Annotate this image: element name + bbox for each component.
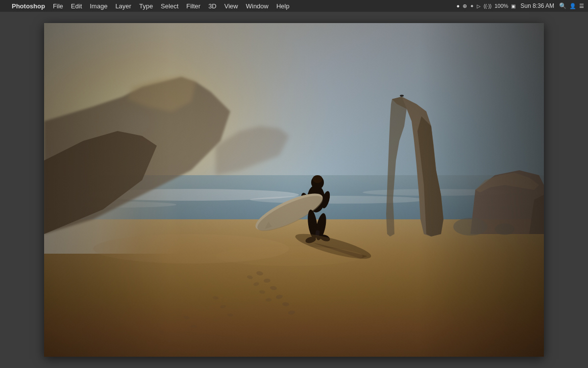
menubar-status-area: ● ⊕ ✦ ▷ ((·)) 100% ▣ Sun 8:36 AM 🔍 👤 ☰ xyxy=(456,2,584,9)
battery-fill-icon: ▣ xyxy=(511,3,515,9)
menu-bar: Photoshop File Edit Image Layer Type Sel… xyxy=(0,0,588,12)
battery-percent: 100% xyxy=(494,3,508,9)
app-name-menu[interactable]: Photoshop xyxy=(8,0,49,12)
airplay-icon: ▷ xyxy=(477,3,481,9)
menu-filter[interactable]: Filter xyxy=(182,0,204,12)
menu-3d[interactable]: 3D xyxy=(204,0,220,12)
menu-help[interactable]: Help xyxy=(272,0,294,12)
photo-canvas xyxy=(44,23,544,357)
menu-edit[interactable]: Edit xyxy=(67,0,86,12)
menu-layer[interactable]: Layer xyxy=(111,0,135,12)
search-menubar-icon[interactable]: 🔍 xyxy=(559,2,566,9)
bluetooth-icon: ✦ xyxy=(470,3,474,9)
clock-display: Sun 8:36 AM xyxy=(520,2,554,9)
menu-view[interactable]: View xyxy=(220,0,242,12)
canvas-area xyxy=(0,12,588,368)
wifi-icon: ● xyxy=(456,3,460,9)
menu-window[interactable]: Window xyxy=(242,0,272,12)
menu-image[interactable]: Image xyxy=(86,0,111,12)
menu-file[interactable]: File xyxy=(49,0,67,12)
user-icon[interactable]: 👤 xyxy=(569,3,576,9)
menu-select[interactable]: Select xyxy=(157,0,182,12)
control-center-icon[interactable]: ☰ xyxy=(579,3,584,9)
beach-scene-svg xyxy=(44,23,544,357)
wifi-signal-icon: ((·)) xyxy=(484,3,491,9)
svg-rect-61 xyxy=(44,23,544,357)
menu-type[interactable]: Type xyxy=(135,0,157,12)
battery-icon: ⊕ xyxy=(463,3,467,9)
